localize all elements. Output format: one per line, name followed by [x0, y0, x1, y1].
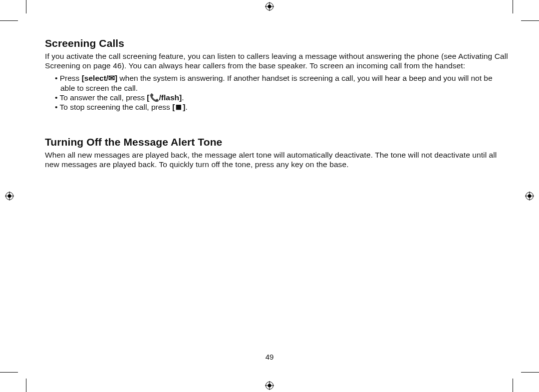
screening-calls-list: Press [select/✉] when the system is answ… — [45, 73, 509, 112]
crop-mark-icon — [0, 372, 18, 373]
crop-mark-icon — [26, 379, 26, 392]
registration-mark-icon — [5, 192, 14, 200]
registration-mark-icon — [265, 381, 274, 390]
list-text: . — [186, 103, 188, 111]
crop-mark-icon — [513, 0, 513, 13]
registration-mark-icon — [265, 2, 274, 11]
registration-mark-icon — [525, 192, 534, 200]
list-item: To stop screening the call, press [⏹]. — [55, 102, 509, 112]
screening-calls-intro: If you activate the call screening featu… — [45, 51, 509, 70]
key-label: [📞/flash] — [147, 93, 182, 102]
key-label: [select/✉] — [82, 74, 118, 82]
section-heading-alert-tone: Turning Off the Message Alert Tone — [45, 136, 509, 148]
page-number: 49 — [0, 353, 539, 361]
list-text: . — [182, 93, 184, 102]
page-content: Screening Calls If you activate the call… — [45, 37, 509, 169]
talk-icon: 📞 — [150, 93, 159, 102]
list-item: Press [select/✉] when the system is answ… — [55, 73, 509, 93]
list-text: To answer the call, press — [59, 93, 147, 102]
crop-mark-icon — [521, 372, 539, 373]
key-label-text: select/ — [84, 74, 108, 82]
list-text: Press — [60, 74, 82, 82]
crop-mark-icon — [521, 20, 539, 21]
end-icon: ⏹ — [175, 103, 183, 111]
crop-mark-icon — [0, 20, 18, 21]
list-text: when the system is answering. If another… — [60, 74, 493, 92]
key-label-text: /flash — [159, 93, 179, 102]
crop-mark-icon — [513, 379, 513, 392]
alert-tone-body: When all new messages are played back, t… — [45, 150, 509, 169]
section-heading-screening-calls: Screening Calls — [45, 37, 509, 49]
list-item: To answer the call, press [📞/flash]. — [55, 93, 509, 102]
list-text: To stop screening the call, press — [59, 103, 172, 111]
key-label: [⏹] — [172, 103, 185, 111]
envelope-icon: ✉ — [108, 74, 115, 82]
crop-mark-icon — [26, 0, 26, 13]
